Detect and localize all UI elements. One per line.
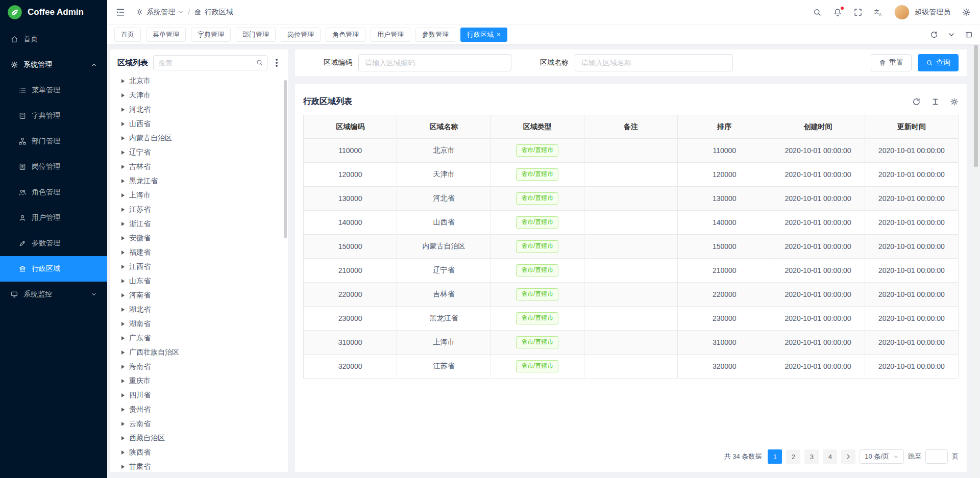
tree-item[interactable]: 四川省 (110, 388, 288, 402)
tab[interactable]: 部门管理 × (236, 28, 276, 42)
chevron-down-icon[interactable] (947, 31, 955, 39)
tree-item[interactable]: 辽宁省 (110, 145, 288, 160)
tree-item[interactable]: 海南省 (110, 360, 288, 374)
sidebar-item-dept-mgmt[interactable]: 部门管理 (0, 129, 107, 154)
row-height-icon[interactable] (931, 97, 940, 106)
tree-item[interactable]: 江西省 (110, 260, 288, 274)
caret-right-icon[interactable] (121, 136, 125, 140)
breadcrumb-system[interactable]: 系统管理 (136, 8, 184, 17)
tab[interactable]: 岗位管理 × (281, 28, 321, 42)
tree-search-input[interactable] (153, 55, 267, 70)
table-row[interactable]: 150000 内蒙古自治区 省市/直辖市 150000 2020-10-01 0… (304, 235, 959, 259)
tree-item[interactable]: 西藏自治区 (110, 431, 288, 445)
refresh-icon[interactable] (930, 31, 938, 39)
sidebar-item-post-mgmt[interactable]: 岗位管理 (0, 154, 107, 180)
caret-right-icon[interactable] (121, 93, 125, 97)
avatar[interactable] (894, 5, 910, 20)
tree-item[interactable]: 北京市 (110, 74, 288, 88)
caret-right-icon[interactable] (121, 193, 125, 197)
table-row[interactable]: 210000 辽宁省 省市/直辖市 210000 2020-10-01 00:0… (304, 259, 959, 283)
tree-item[interactable]: 广东省 (110, 331, 288, 345)
caret-right-icon[interactable] (121, 150, 125, 155)
caret-right-icon[interactable] (121, 208, 125, 212)
table-row[interactable]: 310000 上海市 省市/直辖市 310000 2020-10-01 00:0… (304, 331, 959, 355)
settings-gear-icon[interactable] (962, 8, 971, 17)
caret-right-icon[interactable] (121, 265, 125, 269)
refresh-icon[interactable] (912, 97, 921, 106)
table-row[interactable]: 120000 天津市 省市/直辖市 120000 2020-10-01 00:0… (304, 163, 959, 187)
table-row[interactable]: 130000 河北省 省市/直辖市 130000 2020-10-01 00:0… (304, 187, 959, 211)
caret-right-icon[interactable] (121, 450, 125, 455)
tree-item[interactable]: 江苏省 (110, 203, 288, 217)
caret-right-icon[interactable] (121, 250, 125, 255)
search-button[interactable]: 查询 (918, 54, 959, 71)
caret-right-icon[interactable] (121, 293, 125, 297)
tree-item[interactable]: 上海市 (110, 188, 288, 203)
page-button[interactable]: 4 (823, 449, 837, 464)
sidebar-item-monitor[interactable]: 系统监控 (0, 282, 107, 307)
sidebar-item-menu-mgmt[interactable]: 菜单管理 (0, 78, 107, 103)
sidebar-item-role-mgmt[interactable]: 角色管理 (0, 180, 107, 205)
tab[interactable]: 角色管理 × (326, 28, 365, 42)
scrollbar-thumb[interactable] (974, 45, 978, 167)
caret-right-icon[interactable] (121, 322, 125, 326)
close-icon[interactable]: × (497, 31, 501, 38)
sidebar-item-system[interactable]: 系统管理 (0, 52, 107, 78)
table-row[interactable]: 320000 江苏省 省市/直辖市 320000 2020-10-01 00:0… (304, 355, 959, 379)
tree-scrollbar[interactable] (284, 80, 287, 238)
tree-item[interactable]: 湖南省 (110, 317, 288, 331)
tab[interactable]: 字典管理 × (191, 28, 231, 42)
sidebar-item-param-mgmt[interactable]: 参数管理 (0, 231, 107, 256)
region-code-input[interactable] (358, 54, 511, 71)
region-name-input[interactable] (575, 54, 733, 71)
table-row[interactable]: 230000 黑龙江省 省市/直辖市 230000 2020-10-01 00:… (304, 307, 959, 331)
page-button[interactable]: 3 (804, 449, 819, 464)
tree-item[interactable]: 吉林省 (110, 160, 288, 174)
tree-item[interactable]: 广西壮族自治区 (110, 345, 288, 360)
bell-icon[interactable] (833, 8, 842, 17)
fullscreen-icon[interactable] (853, 8, 863, 17)
next-page-button[interactable] (841, 449, 855, 464)
table-row[interactable]: 220000 吉林省 省市/直辖市 220000 2020-10-01 00:0… (304, 283, 959, 307)
tree-item[interactable]: 湖北省 (110, 303, 288, 317)
caret-right-icon[interactable] (121, 279, 125, 283)
tab[interactable]: 菜单管理 × (146, 28, 186, 42)
tab[interactable]: 首页 × (114, 28, 141, 42)
reset-button[interactable]: 重置 (871, 54, 912, 71)
tree-item[interactable]: 山东省 (110, 274, 288, 288)
tab[interactable]: 参数管理 × (415, 28, 455, 42)
search-icon[interactable] (256, 59, 263, 66)
caret-right-icon[interactable] (121, 408, 125, 412)
caret-right-icon[interactable] (121, 179, 125, 183)
caret-right-icon[interactable] (121, 308, 125, 312)
tree-item[interactable]: 山西省 (110, 117, 288, 131)
caret-right-icon[interactable] (121, 79, 125, 83)
caret-right-icon[interactable] (121, 165, 125, 169)
tree-item[interactable]: 内蒙古自治区 (110, 131, 288, 145)
caret-right-icon[interactable] (121, 336, 125, 340)
page-button[interactable]: 2 (786, 449, 800, 464)
caret-right-icon[interactable] (121, 393, 125, 397)
sidebar-item-home[interactable]: 首页 (0, 27, 107, 52)
caret-right-icon[interactable] (121, 379, 125, 383)
tree-item[interactable]: 河南省 (110, 288, 288, 303)
tree-item[interactable]: 福建省 (110, 245, 288, 260)
caret-right-icon[interactable] (121, 236, 125, 240)
more-options-icon[interactable] (276, 62, 278, 64)
caret-right-icon[interactable] (121, 365, 125, 369)
tab[interactable]: 行政区域 × (460, 28, 507, 42)
caret-right-icon[interactable] (121, 465, 125, 469)
tree-item[interactable]: 安徽省 (110, 231, 288, 245)
caret-right-icon[interactable] (121, 350, 125, 355)
column-settings-gear-icon[interactable] (950, 97, 959, 106)
collapse-menu-icon[interactable] (115, 7, 126, 17)
jump-page-input[interactable] (925, 449, 948, 464)
table-row[interactable]: 110000 北京市 省市/直辖市 110000 2020-10-01 00:0… (304, 139, 959, 163)
search-icon[interactable] (813, 8, 822, 17)
tree-item[interactable]: 浙江省 (110, 217, 288, 231)
page-scrollbar[interactable] (974, 45, 978, 478)
sidebar-item-region[interactable]: 行政区域 (0, 256, 107, 282)
layout-panel-icon[interactable] (965, 31, 973, 39)
caret-right-icon[interactable] (121, 122, 125, 126)
sidebar-item-user-mgmt[interactable]: 用户管理 (0, 205, 107, 231)
